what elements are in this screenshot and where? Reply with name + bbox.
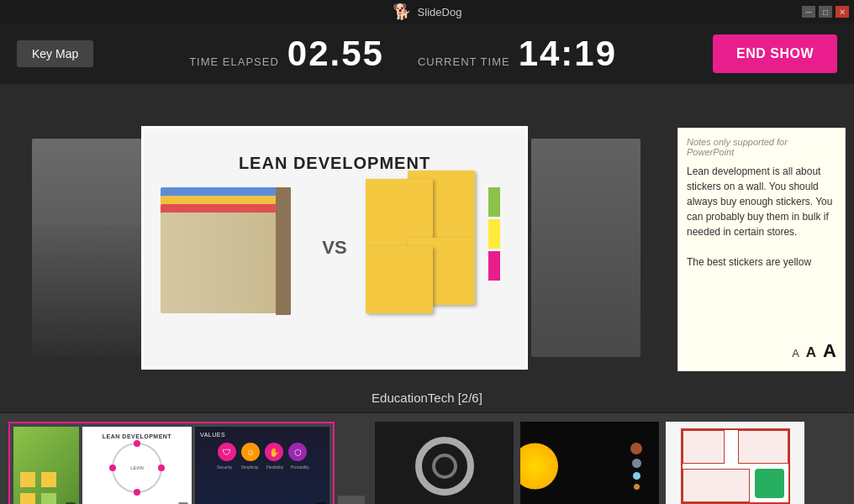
- stickies: [366, 171, 500, 339]
- sun: [520, 443, 558, 489]
- room-1: [683, 430, 725, 464]
- app-icon: 🐕: [393, 3, 411, 21]
- thumb-group-right: Prezi PREZI Solar System IMG: [375, 422, 804, 504]
- papers-stack: [161, 187, 303, 322]
- solar-bg: [520, 422, 659, 504]
- topbar: Key Map TIME ELAPSED 02.55 CURRENT TIME …: [0, 24, 854, 84]
- slide-inner: LEAN DEVELOPMENT VS: [144, 129, 525, 367]
- tab-yellow: [488, 219, 500, 249]
- next-slide[interactable]: [531, 139, 640, 357]
- notes-panel: Notes only supported for PowerPoint Lean…: [677, 128, 846, 371]
- thumb-4-icons: 🛡 ☺ ✋ ⬡: [200, 443, 324, 461]
- close-button[interactable]: ✕: [836, 6, 849, 18]
- main-slide[interactable]: LEAN DEVELOPMENT VS: [141, 126, 528, 370]
- bottombar: 2 LEAN DEVELOPMENT LEAN 3 VALUES: [0, 412, 854, 504]
- notes-footer: A A A: [792, 340, 836, 362]
- font-size-large-button[interactable]: A: [823, 340, 836, 362]
- planet-4: [634, 484, 640, 490]
- icon-security: 🛡: [218, 443, 236, 461]
- planet-2: [632, 459, 641, 468]
- end-show-button[interactable]: END SHOW: [713, 34, 837, 73]
- thumbnail-4[interactable]: VALUES 🛡 ☺ ✋ ⬡ Security Simplicity Flexi…: [195, 427, 329, 504]
- notes-line2: The best stickers are yellow: [687, 256, 811, 268]
- green-blob: [755, 469, 784, 498]
- slide-area: LEAN DEVELOPMENT VS: [8, 84, 664, 412]
- window-controls: ─ □ ✕: [802, 6, 849, 18]
- notes-header: Notes only supported for PowerPoint: [687, 137, 836, 157]
- prezi-thumbnail[interactable]: Prezi PREZI: [375, 422, 514, 504]
- floor-plan: [681, 428, 790, 504]
- time-elapsed-block: TIME ELAPSED 02.55: [189, 34, 384, 74]
- app-title: SlideDog: [418, 6, 462, 18]
- nav-prev-button[interactable]: ◀: [338, 496, 365, 504]
- mini-sticky: [20, 493, 35, 504]
- timer-section: TIME ELAPSED 02.55 CURRENT TIME 14:19: [93, 34, 713, 74]
- notes-line1: Lean development is all about stickers o…: [687, 165, 832, 238]
- titlebar: 🐕 SlideDog ─ □ ✕: [0, 0, 854, 24]
- solar-thumb-img: [520, 422, 659, 504]
- thumb-3-title: LEAN DEVELOPMENT: [103, 433, 171, 439]
- slide-title: LEAN DEVELOPMENT: [239, 154, 430, 173]
- thumb-circle-diagram: LEAN: [112, 443, 162, 493]
- thumb-3-inner: LEAN DEVELOPMENT LEAN: [82, 427, 192, 504]
- label-portability: Portability: [288, 465, 312, 470]
- time-elapsed-value: 02.55: [287, 34, 384, 74]
- icon-simplicity: ☺: [241, 443, 260, 461]
- icon-flexibility: ✋: [265, 443, 283, 461]
- thumbnail-3[interactable]: LEAN DEVELOPMENT LEAN 3: [82, 427, 192, 504]
- notes-body: Lean development is all about stickers o…: [687, 164, 836, 270]
- room-2: [738, 430, 788, 464]
- sticky-2: [366, 179, 433, 246]
- tabs-strip: [488, 187, 500, 281]
- current-time-value: 14:19: [519, 34, 617, 74]
- building-thumbnail[interactable]: Building Layout PDF: [666, 422, 804, 504]
- nav-section: ◀ 2/6: [335, 422, 365, 504]
- thumb-4-title: VALUES: [200, 432, 324, 438]
- mini-sticky: [41, 472, 56, 487]
- current-time-label: CURRENT TIME: [418, 55, 510, 68]
- prezi-circle: [415, 437, 474, 496]
- font-size-mid-button[interactable]: A: [806, 344, 816, 361]
- building-thumb-img: [666, 422, 804, 504]
- keymap-button[interactable]: Key Map: [17, 40, 93, 67]
- paper-body: [161, 213, 291, 313]
- font-size-small-button[interactable]: A: [792, 347, 799, 360]
- mini-sticky: [20, 472, 35, 487]
- thumb-4-inner: VALUES 🛡 ☺ ✋ ⬡ Security Simplicity Flexi…: [195, 427, 329, 504]
- icon-portability: ⬡: [288, 443, 307, 461]
- thumbnail-2[interactable]: 2: [13, 427, 79, 504]
- label-simplicity: Simplicity: [238, 465, 261, 470]
- prezi-thumb-img: [375, 422, 514, 504]
- restore-button[interactable]: □: [819, 6, 832, 18]
- minimize-button[interactable]: ─: [802, 6, 815, 18]
- mini-sticky: [41, 493, 56, 504]
- thumb-3-center: LEAN: [130, 465, 144, 470]
- room-3: [683, 469, 750, 502]
- title-content: 🐕 SlideDog: [393, 3, 462, 21]
- main-content: LEAN DEVELOPMENT VS: [0, 84, 854, 412]
- solar-thumbnail[interactable]: Solar System IMG: [520, 422, 659, 504]
- label-security: Security: [213, 465, 236, 470]
- prezi-bg: [375, 422, 514, 504]
- thumb-group-left: 2 LEAN DEVELOPMENT LEAN 3 VALUES: [8, 422, 335, 504]
- paper-spine: [276, 187, 291, 315]
- tab-pink: [488, 251, 500, 281]
- building-bg: [666, 422, 804, 504]
- label-flexibility: Flexibility: [263, 465, 287, 470]
- planet-3: [633, 472, 640, 480]
- vs-text: VS: [322, 237, 346, 259]
- planet-1: [630, 443, 642, 454]
- current-time-block: CURRENT TIME 14:19: [418, 34, 617, 74]
- slide-label: EducationTech [2/6]: [372, 391, 482, 405]
- prezi-inner-circle: [432, 454, 457, 479]
- prev-slide[interactable]: [32, 139, 141, 357]
- thumb-4-labels: Security Simplicity Flexibility Portabil…: [200, 465, 324, 470]
- tab-green: [488, 187, 500, 217]
- time-elapsed-label: TIME ELAPSED: [189, 55, 279, 68]
- planet-row: [630, 443, 642, 490]
- thumb-2-inner: [13, 427, 79, 504]
- sticky-4: [366, 246, 433, 313]
